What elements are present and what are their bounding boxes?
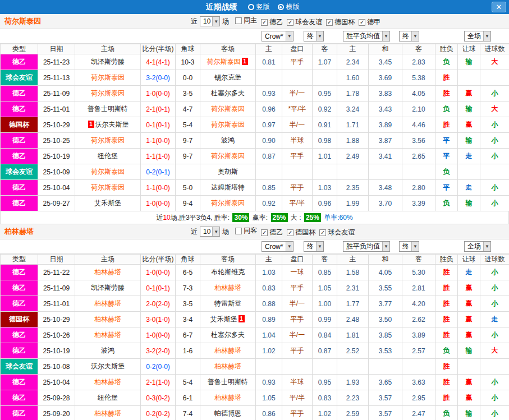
team-link[interactable]: 荷尔斯泰因 bbox=[211, 199, 245, 207]
odds-time-select[interactable]: 终▼ bbox=[304, 31, 324, 41]
team-link[interactable]: 荷尔斯泰因 bbox=[91, 183, 125, 191]
team-link[interactable]: 杜塞尔多夫 bbox=[211, 331, 245, 339]
team-link[interactable]: 荷尔斯泰因 bbox=[207, 58, 241, 66]
team-link[interactable]: 普鲁士明斯特 bbox=[208, 378, 248, 386]
checkbox-icon bbox=[235, 228, 242, 234]
odds-toolbar: Crow*▼ 终▼ 胜平负均值▼ 终▼ 全场▼ bbox=[0, 29, 509, 44]
filter-checkbox[interactable]: ✓德乙 bbox=[261, 17, 283, 27]
eu-draw-odds: 3.41 bbox=[369, 149, 402, 164]
team-link[interactable]: 荷尔斯泰因 bbox=[211, 121, 245, 128]
team-link[interactable]: 凯泽斯劳滕 bbox=[91, 284, 125, 292]
europe-odds-select[interactable]: 胜平负均值▼ bbox=[343, 241, 390, 252]
europe-time-select[interactable]: 终▼ bbox=[399, 241, 419, 252]
team-link[interactable]: 荷尔斯泰因 bbox=[91, 168, 125, 176]
match-count-select[interactable]: 10 ▼ bbox=[200, 227, 220, 237]
europe-odds-select[interactable]: 胜平负均值▼ bbox=[343, 31, 390, 41]
team-link[interactable]: 纽伦堡 bbox=[98, 152, 118, 160]
team-link[interactable]: 沃尔夫斯堡 bbox=[95, 121, 129, 128]
team-link[interactable]: 荷尔斯泰因 bbox=[91, 89, 125, 97]
column-header: 客 bbox=[313, 44, 337, 54]
team-link[interactable]: 柏林赫塔 bbox=[214, 347, 241, 354]
team-link[interactable]: 纽伦堡 bbox=[98, 394, 118, 401]
scope-select[interactable]: 全场▼ bbox=[464, 31, 491, 41]
team-link[interactable]: 杜塞尔多夫 bbox=[211, 89, 245, 97]
team-link[interactable]: 普鲁士明斯特 bbox=[88, 105, 128, 113]
scope-select[interactable]: 全场▼ bbox=[464, 241, 491, 252]
home-team-cell: 荷尔斯泰因 bbox=[75, 133, 141, 149]
team-link[interactable]: 荷尔斯泰因 bbox=[211, 152, 245, 160]
team-link[interactable]: 柏林赫塔 bbox=[94, 331, 121, 339]
filter-checkbox[interactable]: ✓德国杯 bbox=[326, 17, 355, 27]
match-count-select[interactable]: 10 ▼ bbox=[200, 16, 220, 26]
chevron-down-icon: ▼ bbox=[316, 31, 323, 41]
europe-time-select[interactable]: 终▼ bbox=[399, 31, 419, 41]
team-link[interactable]: 荷尔斯泰因 bbox=[211, 105, 245, 113]
filter-checkbox[interactable]: 同客 bbox=[235, 226, 257, 236]
checkbox-icon: ✓ bbox=[287, 229, 294, 236]
away-team-cell: 特雷斯登 bbox=[200, 296, 256, 312]
eu-draw-odds: 3.77 bbox=[369, 296, 402, 312]
goals-result-cell: 大 bbox=[480, 54, 509, 70]
filter-checkbox[interactable]: 同主 bbox=[235, 16, 257, 25]
layout-radio-horizontal[interactable]: 横版 bbox=[278, 2, 300, 12]
team-link[interactable]: 凯泽斯劳滕 bbox=[91, 58, 125, 66]
checkbox-icon: ✓ bbox=[326, 19, 333, 26]
team-link[interactable]: 柏林赫塔 bbox=[214, 284, 241, 292]
filter-checkbox[interactable]: ✓德乙 bbox=[261, 228, 283, 237]
eu-away-odds bbox=[402, 164, 435, 180]
home-team-cell: 柏林赫塔 bbox=[75, 312, 141, 327]
team-link[interactable]: 波鸿 bbox=[221, 136, 235, 144]
filter-checkbox[interactable]: ✓球会友谊 bbox=[319, 228, 355, 237]
away-team-cell: 艾禾斯堡1 bbox=[200, 312, 256, 327]
team-link[interactable]: 柏林赫塔 bbox=[214, 394, 241, 401]
team-link[interactable]: 柏林赫塔 bbox=[94, 378, 121, 386]
team-link[interactable]: 达姆斯塔特 bbox=[211, 183, 245, 191]
eu-home-odds: 2.48 bbox=[337, 312, 369, 327]
away-team-cell: 杜塞尔多夫 bbox=[200, 327, 256, 343]
team-link[interactable]: 布轮斯维克 bbox=[211, 268, 245, 276]
ah-away-odds: 0.83 bbox=[313, 390, 337, 406]
date-cell: 25-10-25 bbox=[38, 133, 75, 149]
team-link[interactable]: 帕德博恩 bbox=[214, 409, 241, 417]
ah-away-odds: 0.85 bbox=[313, 265, 337, 280]
team-link[interactable]: 荷尔斯泰因 bbox=[91, 73, 125, 81]
team-link[interactable]: 柏林赫塔 bbox=[94, 315, 121, 323]
team-link[interactable]: 艾禾斯堡 bbox=[210, 315, 237, 323]
odds-company-select[interactable]: Crow*▼ bbox=[262, 31, 294, 41]
away-team-cell: 柏林赫塔 bbox=[200, 390, 256, 406]
eu-home-odds: 1.88 bbox=[337, 133, 369, 149]
column-header: 角球 bbox=[176, 44, 200, 54]
team-link[interactable]: 柏林赫塔 bbox=[94, 299, 121, 307]
filter-checkbox[interactable]: ✓球会友谊 bbox=[287, 17, 322, 27]
team-link[interactable]: 奥胡斯 bbox=[218, 168, 238, 176]
date-cell: 25-09-28 bbox=[38, 390, 75, 406]
chevron-down-icon: ▼ bbox=[212, 17, 219, 26]
odds-company-select[interactable]: Crow*▼ bbox=[262, 241, 294, 252]
ah-home-odds: 0.90 bbox=[256, 133, 282, 149]
team-link[interactable]: 锡尔克堡 bbox=[214, 73, 241, 81]
away-team-cell: 奥胡斯 bbox=[200, 164, 256, 180]
eu-draw-odds: 3.87 bbox=[369, 133, 402, 149]
eu-draw-odds: 3.53 bbox=[369, 343, 402, 359]
odds-time-select[interactable]: 终▼ bbox=[304, 241, 324, 252]
filter-checkbox[interactable]: ✓德国杯 bbox=[287, 228, 315, 237]
match-row: 德乙25-10-04荷尔斯泰因1-1(0-0)5-0达姆斯塔特0.85平手1.0… bbox=[1, 180, 509, 196]
team-link[interactable]: 柏林赫塔 bbox=[94, 268, 121, 276]
filter-checkbox[interactable]: ✓德甲 bbox=[359, 17, 380, 27]
eu-home-odds: 1.58 bbox=[337, 265, 369, 280]
team-link[interactable]: 艾禾斯堡 bbox=[94, 199, 121, 207]
eu-home-odds bbox=[337, 164, 369, 180]
corner-cell: 0-0 bbox=[176, 70, 200, 86]
close-button[interactable]: ✕ bbox=[492, 2, 506, 12]
team-link[interactable]: 柏林赫塔 bbox=[214, 362, 241, 370]
layout-radio-vertical[interactable]: 竖版 bbox=[248, 2, 270, 12]
team-link[interactable]: 荷尔斯泰因 bbox=[91, 136, 125, 144]
team-link[interactable]: 沃尔夫斯堡 bbox=[91, 362, 125, 370]
team-link[interactable]: 柏林赫塔 bbox=[94, 409, 121, 417]
team-link[interactable]: 波鸿 bbox=[101, 347, 114, 354]
eu-away-odds: 4.46 bbox=[402, 117, 435, 133]
date-cell: 25-10-08 bbox=[38, 359, 75, 375]
score-cell: 2-1(1-0) bbox=[141, 375, 176, 390]
ah-home-odds: 0.85 bbox=[256, 180, 282, 196]
team-link[interactable]: 特雷斯登 bbox=[214, 299, 241, 307]
